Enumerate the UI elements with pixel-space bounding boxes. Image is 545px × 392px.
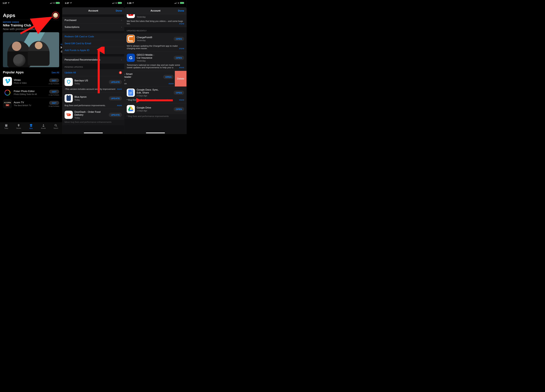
- google-docs-icon: [127, 88, 135, 97]
- nav-title: Account: [88, 9, 98, 12]
- app-name: Acorn TV: [14, 101, 47, 104]
- release-notes: -This version includes account security …: [62, 87, 124, 93]
- section-title: Popular Apps: [3, 70, 24, 74]
- svg-point-3: [43, 124, 44, 125]
- more-link[interactable]: more: [179, 22, 184, 25]
- update-row[interactable]: Barclays US Today UPDATE: [62, 76, 124, 87]
- chevron-right-icon: ›: [121, 26, 122, 29]
- home-indicator[interactable]: [146, 133, 165, 133]
- wifi-icon: [53, 2, 55, 4]
- open-button[interactable]: OPEN: [163, 75, 174, 79]
- update-row[interactable]: Blue Apron Today UPDATE: [62, 93, 124, 103]
- row-send-gift[interactable]: Send Gift Card by Email: [62, 40, 124, 47]
- chevron-right-icon: ›: [121, 19, 122, 22]
- row-add-funds[interactable]: Add Funds to Apple ID: [62, 47, 124, 54]
- open-button[interactable]: OPEN: [174, 37, 184, 41]
- row-personalized[interactable]: Personalized Recommendations ›: [62, 56, 124, 63]
- polarr-icon: [3, 88, 12, 97]
- release-notes: otimization more: [124, 82, 176, 87]
- row-subscriptions[interactable]: Subscriptions ›: [62, 24, 124, 31]
- tab-search[interactable]: Search: [51, 124, 60, 129]
- home-indicator[interactable]: [22, 133, 41, 133]
- app-when: 2 Days Ago: [137, 94, 172, 97]
- cell-signal-icon: [174, 2, 177, 4]
- wifi-icon: [115, 2, 117, 4]
- more-link[interactable]: more: [178, 99, 184, 101]
- svg-rect-2: [6, 125, 7, 125]
- app-row[interactable]: Polarr Photo Editor Photo Editing Tools …: [0, 87, 62, 98]
- update-row[interactable]: G GEICO Mobile - Car Insurance Yesterday…: [124, 52, 186, 63]
- geico-icon: G: [127, 54, 135, 62]
- app-when: Today: [74, 117, 107, 119]
- release-notes: * Bug fixes and performance improvements: [124, 114, 186, 119]
- get-button[interactable]: GET: [49, 78, 59, 82]
- iap-label: In-App Purchases: [49, 106, 59, 107]
- barclays-icon: [65, 78, 73, 86]
- update-button[interactable]: UPDATE: [109, 80, 122, 84]
- open-button[interactable]: OPEN: [174, 107, 184, 111]
- update-row[interactable]: DoorDash - Order Food Delivery Today UPD…: [62, 109, 124, 120]
- iap-label: In-App Purchases: [49, 83, 59, 84]
- location-icon: [8, 2, 9, 4]
- app-when: Yesterday: [124, 79, 161, 81]
- delete-button[interactable]: Delete: [175, 71, 186, 87]
- tab-arcade[interactable]: Arcade: [39, 124, 48, 129]
- feature-card[interactable]: EDITORS' CHOICE Nike Training Club Now w…: [0, 20, 62, 67]
- app-when: 2 Days Ago: [137, 110, 172, 112]
- done-button[interactable]: Done: [178, 9, 184, 12]
- battery-charging-icon: [180, 2, 184, 4]
- feature-image: [3, 32, 59, 67]
- feature-subtitle: Now with premium workouts: [3, 27, 62, 31]
- svg-point-6: [55, 124, 56, 126]
- nav-title: Account: [150, 9, 160, 12]
- more-link[interactable]: more: [116, 104, 122, 107]
- more-link[interactable]: more: [169, 82, 174, 85]
- open-button[interactable]: OPEN: [174, 91, 184, 95]
- updated-recently-header: UPDATED RECENTLY: [124, 27, 186, 33]
- done-button[interactable]: Done: [116, 9, 122, 12]
- more-link[interactable]: more: [116, 88, 122, 90]
- more-link[interactable]: more: [178, 47, 184, 50]
- tab-today[interactable]: Today: [2, 124, 11, 129]
- row-update-all[interactable]: Update All 6: [62, 69, 124, 76]
- get-button[interactable]: GET: [49, 101, 59, 105]
- status-time: 1:28: [127, 2, 131, 4]
- update-row[interactable]: Google Docs: Sync, Edit, Share 2 Days Ag…: [124, 87, 186, 98]
- app-name: Barclays US: [74, 79, 107, 82]
- svg-line-7: [56, 126, 57, 127]
- battery-charging-icon: [118, 2, 122, 4]
- app-subtitle: Photo Editing Tools for All: [14, 93, 47, 95]
- feature-peek-line2: 4: [61, 50, 62, 54]
- update-row[interactable]: Google Drive 2 Days Ago OPEN: [124, 103, 186, 114]
- app-when: Yesterday: [137, 16, 146, 18]
- app-row[interactable]: ACORNtv Acorn TV The Best British TV GET…: [0, 98, 62, 109]
- get-button[interactable]: GET: [49, 90, 59, 94]
- battery-charging-icon: [56, 2, 60, 4]
- arcade-icon: [42, 124, 45, 127]
- release-notes: We're always updating the ChargePoint ap…: [124, 44, 186, 52]
- status-time: 1:27: [65, 2, 69, 4]
- home-indicator[interactable]: [84, 133, 103, 133]
- acorn-icon: ACORNtv: [3, 99, 12, 108]
- release-notes: Bug fixes and performance improvements. …: [62, 103, 124, 109]
- status-time: 1:27: [3, 2, 7, 4]
- update-row[interactable]: ChargePoint® Yesterday OPEN: [124, 33, 186, 44]
- app-name: Polarr Photo Editor: [14, 90, 47, 93]
- tab-games[interactable]: Games: [14, 124, 23, 129]
- screen-account-updated: 1:28 Account Done Yesterday We fixed the…: [124, 0, 187, 134]
- update-row[interactable]: Yesterday: [124, 14, 186, 19]
- more-link[interactable]: more: [178, 66, 184, 69]
- cell-signal-icon: [50, 2, 52, 4]
- account-avatar[interactable]: [52, 12, 59, 19]
- row-purchased[interactable]: Purchased ›: [62, 17, 124, 24]
- release-notes: Minor bug fixes and performance enhancem…: [62, 120, 124, 125]
- tab-apps[interactable]: Apps: [27, 124, 35, 129]
- update-button[interactable]: UPDATE: [109, 113, 122, 117]
- app-row[interactable]: Vimeo Photo & Video GET In-App Purchases: [0, 75, 62, 87]
- row-redeem[interactable]: Redeem Gift Card or Code: [62, 33, 124, 40]
- update-row-swiped[interactable]: Feedly - Smart News Reader Yesterday OPE…: [124, 71, 186, 87]
- update-button[interactable]: UPDATE: [109, 96, 122, 100]
- open-button[interactable]: OPEN: [174, 56, 184, 60]
- screen-account-pending: 1:27 Account Done Purchased › Subscripti…: [62, 0, 124, 134]
- see-all-link[interactable]: See All: [51, 71, 59, 74]
